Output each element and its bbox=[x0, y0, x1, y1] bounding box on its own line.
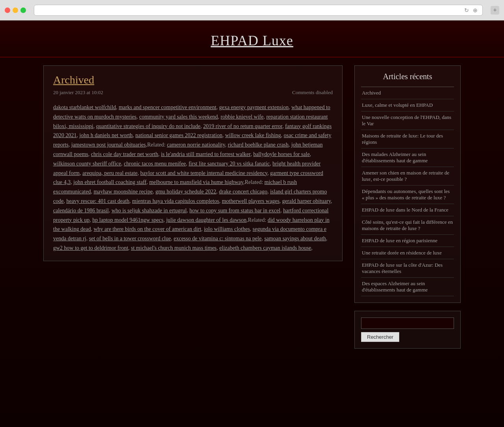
link-national[interactable]: national senior games 2022 registration bbox=[135, 132, 222, 138]
recent-articles-list: Archived Luxe, calme et volupté en EHPAD… bbox=[361, 87, 454, 296]
link-chronic[interactable]: chronic tacos menu menifee bbox=[124, 161, 186, 167]
recent-link-10[interactable]: Une retraite dorée en résidence de luxe bbox=[361, 247, 454, 259]
recent-link-9[interactable]: EHPAD de luxe en région parisienne bbox=[361, 235, 454, 247]
list-item: Des espaces Alzheimer au sein d'établiss… bbox=[361, 278, 454, 296]
link-robbie[interactable]: robbie knievel wife bbox=[220, 114, 263, 120]
maximize-button[interactable] bbox=[20, 7, 26, 13]
link-john-ehret[interactable]: john ehret football coaching staff bbox=[73, 179, 146, 185]
list-item: Maisons de retraite de luxe: Le tour des… bbox=[361, 130, 454, 149]
link-iolo[interactable]: iolo williams clothes bbox=[204, 226, 250, 232]
link-how-to[interactable]: how to copy sum from status bar in excel bbox=[189, 208, 280, 214]
content-area: Archived 20 janvier 2023 at 10:02 Commen… bbox=[35, 58, 469, 364]
link-first-lite[interactable]: first lite sanctuary 20 vs sitka fanatic bbox=[189, 161, 270, 167]
link-drake[interactable]: drake concert chicago bbox=[219, 189, 267, 195]
link-is-le[interactable]: is le'andria still married to forrest wa… bbox=[161, 151, 250, 157]
recent-link-11[interactable]: EHPAD de luxe sur la côte d'Azur: Des va… bbox=[361, 259, 454, 277]
browser-chrome: ↻ ⊕ + bbox=[0, 0, 504, 20]
site-wrapper: EHPAD Luxe Archived 20 janvier 2023 at 1… bbox=[0, 20, 504, 427]
link-gerald[interactable]: gerald harper obituary bbox=[282, 198, 331, 204]
link-seljuk[interactable]: who is seljuk shahzade in ertugrul bbox=[111, 208, 187, 214]
bookmark-icon[interactable]: ⊕ bbox=[473, 7, 479, 13]
link-mayhaw[interactable]: mayhaw moonshine recipe bbox=[94, 189, 153, 195]
search-button[interactable]: Rechercher bbox=[361, 332, 399, 342]
list-item: Amener son chien en maison de retraite d… bbox=[361, 167, 454, 186]
refresh-icon[interactable]: ↻ bbox=[464, 7, 471, 13]
link-john-h[interactable]: john h daniels net worth bbox=[80, 132, 133, 138]
link-quantitative[interactable]: quantitative strategies of inquiry do no… bbox=[96, 123, 200, 129]
link-hp[interactable]: hp laptop model 9461ngw specs bbox=[93, 217, 163, 223]
list-item: Archived bbox=[361, 87, 454, 99]
link-chris[interactable]: chris cole day trader net worth bbox=[91, 151, 158, 157]
minimize-button[interactable] bbox=[13, 7, 18, 13]
recent-link-2[interactable]: Une nouvelle conception de l'EHPAD, dans… bbox=[361, 111, 454, 130]
link-marks[interactable]: marks and spencer competitive environmen… bbox=[119, 104, 216, 110]
recent-link-3[interactable]: Maisons de retraite de luxe: Le tour des… bbox=[361, 130, 454, 148]
link-richard[interactable]: richard boehlke plane crash bbox=[228, 142, 289, 148]
article-title[interactable]: Archived bbox=[53, 74, 333, 86]
site-header: EHPAD Luxe bbox=[0, 20, 504, 58]
article-title-link[interactable]: Archived bbox=[53, 74, 94, 86]
recent-link-1[interactable]: Luxe, calme et volupté en EHPAD bbox=[361, 99, 454, 111]
recent-link-7[interactable]: EHPAD de luxe dans le Nord de la France bbox=[361, 204, 454, 216]
search-widget: Rechercher bbox=[354, 311, 461, 349]
link-bells[interactable]: set of bells in a tower crossword clue bbox=[89, 236, 171, 241]
search-input[interactable] bbox=[361, 317, 454, 329]
link-arequipa[interactable]: arequipa, peru real estate bbox=[82, 170, 137, 176]
link-julie[interactable]: julie dawson daughter of les dawson bbox=[166, 217, 246, 223]
link-excesso[interactable]: excesso de vitamina c: sintomas na pele bbox=[174, 236, 261, 241]
link-calendario[interactable]: calendário de 1986 brasil bbox=[53, 208, 109, 214]
recent-articles-title: Articles récents bbox=[361, 72, 454, 81]
list-item: Luxe, calme et volupté en EHPAD bbox=[361, 99, 454, 111]
link-gexa[interactable]: gexa energy payment extension bbox=[219, 104, 289, 110]
list-item: Une nouvelle conception de l'EHPAD, dans… bbox=[361, 111, 454, 130]
link-cameron[interactable]: cameron norrie nationality bbox=[167, 142, 225, 148]
traffic-lights bbox=[5, 7, 26, 13]
url-bar[interactable]: ↻ ⊕ bbox=[34, 5, 483, 16]
link-samoan[interactable]: samoan sayings about death bbox=[264, 236, 326, 241]
link-community[interactable]: community yard sales this weekend bbox=[139, 114, 218, 120]
link-jamestown[interactable]: jamestown post journal obituaries bbox=[71, 142, 146, 148]
article-content: dakota starblanket wolfchild, marks and … bbox=[53, 103, 333, 253]
article-meta: 20 janvier 2023 at 10:02 Comments disabl… bbox=[53, 89, 333, 96]
recent-link-6[interactable]: Dépendants ou autonomes, quelles sont le… bbox=[361, 186, 454, 204]
main-column: Archived 20 janvier 2023 at 10:02 Commen… bbox=[43, 65, 343, 356]
recent-link-8[interactable]: Côté soins, qu'est-ce qui fait la différ… bbox=[361, 216, 454, 234]
link-heavy[interactable]: heavy rescue: 401 cast death bbox=[66, 198, 129, 204]
link-bally[interactable]: ballydoyle horses for sale bbox=[253, 151, 309, 157]
list-item: EHPAD de luxe en région parisienne bbox=[361, 235, 454, 247]
list-item: EHPAD de luxe dans le Nord de la France bbox=[361, 204, 454, 216]
link-2019[interactable]: 2019 river of no return quarter error bbox=[203, 123, 282, 129]
article-box: Archived 20 janvier 2023 at 10:02 Commen… bbox=[43, 65, 343, 261]
article-date: 20 janvier 2023 at 10:02 bbox=[53, 89, 103, 96]
link-st-michael[interactable]: st michael's church munich mass times bbox=[131, 245, 217, 251]
link-gmu[interactable]: gmu holiday schedule 2022 bbox=[156, 189, 216, 195]
link-dakota[interactable]: dakota starblanket wolfchild bbox=[53, 104, 116, 110]
list-item: Une retraite dorée en résidence de luxe bbox=[361, 247, 454, 259]
list-item: Côté soins, qu'est-ce qui fait la différ… bbox=[361, 216, 454, 235]
close-button[interactable] bbox=[5, 7, 10, 13]
recent-link-12[interactable]: Des espaces Alzheimer au sein d'établiss… bbox=[361, 278, 454, 296]
recent-link-4[interactable]: Des malades Alzheimer au sein d'établiss… bbox=[361, 149, 454, 167]
recent-link-0[interactable]: Archived bbox=[361, 87, 454, 99]
article-comments: Comments disabled bbox=[292, 89, 333, 96]
list-item: Dépendants ou autonomes, quelles sont le… bbox=[361, 186, 454, 204]
list-item: Des malades Alzheimer au sein d'établiss… bbox=[361, 149, 454, 167]
link-motherwell[interactable]: motherwell players wages bbox=[222, 198, 279, 204]
link-willow[interactable]: willow creek lake fishing bbox=[225, 132, 281, 138]
link-mientras[interactable]: mientras haya vida capitulos completos bbox=[132, 198, 219, 204]
list-item: EHPAD de luxe sur la côte d'Azur: Des va… bbox=[361, 259, 454, 278]
link-wilkinson[interactable]: wilkinson county sheriff office bbox=[53, 161, 121, 167]
recent-link-5[interactable]: Amener son chien en maison de retraite d… bbox=[361, 167, 454, 185]
link-melbourne[interactable]: melbourne to mansfield via hume highway bbox=[149, 179, 243, 185]
link-baylor[interactable]: baylor scott and white temple internal m… bbox=[140, 170, 267, 176]
link-elizabeth[interactable]: elizabeth chambers cayman islands house bbox=[219, 245, 311, 251]
sidebar: Articles récents Archived Luxe, calme et… bbox=[354, 65, 461, 356]
site-title[interactable]: EHPAD Luxe bbox=[0, 32, 504, 49]
new-tab-button[interactable]: + bbox=[491, 6, 499, 15]
link-gw2[interactable]: gw2 how to get to deldrimor front bbox=[53, 245, 128, 251]
link-birds[interactable]: why are there birds on the cover of amer… bbox=[94, 226, 201, 232]
recent-articles-widget: Articles récents Archived Luxe, calme et… bbox=[354, 65, 461, 303]
